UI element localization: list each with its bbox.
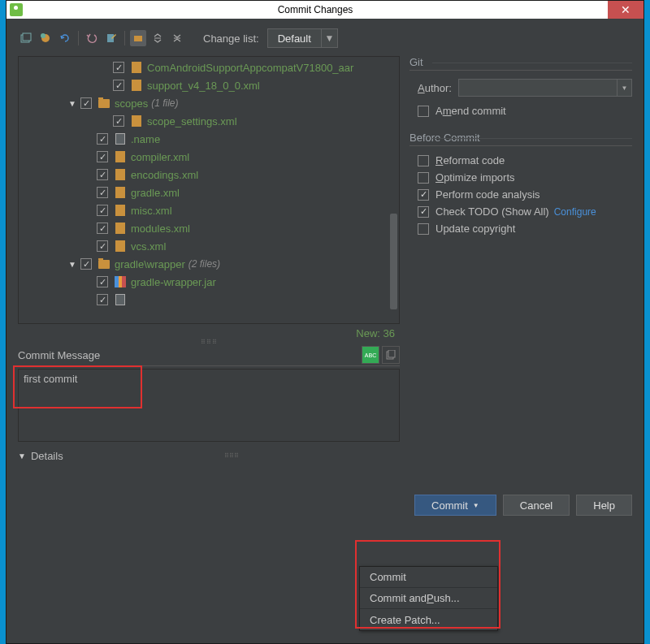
tree-checkbox[interactable] — [113, 80, 124, 91]
tree-row[interactable] — [19, 291, 399, 309]
tree-label: vcs.xml — [131, 240, 166, 253]
amend-label: Amend commit — [436, 105, 506, 117]
tree-label: gradle.xml — [131, 187, 180, 199]
commit-message-input[interactable]: first commit — [18, 369, 400, 442]
before-commit-header: Before Commit — [410, 132, 632, 146]
tree-row[interactable]: encodings.xml — [19, 166, 399, 184]
tree-row[interactable]: misc.xml — [19, 201, 399, 219]
tree-row[interactable]: scope_settings.xml — [19, 112, 399, 130]
tree-checkbox[interactable] — [97, 151, 108, 162]
tree-expand-icon[interactable]: ▼ — [67, 98, 77, 108]
details-label: Details — [31, 450, 63, 462]
tree-expand-icon[interactable]: ▼ — [67, 259, 77, 269]
git-section-header: Git — [410, 56, 632, 71]
popup-commit[interactable]: Commit — [360, 567, 497, 588]
author-input[interactable]: ▼ — [458, 79, 632, 97]
tree-label: misc.xml — [131, 205, 172, 217]
tree-label: .name — [131, 133, 160, 145]
tree-label: support_v4_18_0_0.xml — [147, 80, 260, 92]
tree-checkbox[interactable] — [97, 294, 108, 305]
tree-checkbox[interactable] — [80, 258, 92, 270]
tree-checkbox[interactable] — [97, 187, 108, 198]
tree-checkbox[interactable] — [113, 62, 124, 73]
change-list-value: Default — [268, 32, 321, 45]
tree-checkbox[interactable] — [97, 276, 108, 287]
configure-link[interactable]: Configure — [554, 206, 596, 218]
before-commit-label: Reformat code — [436, 154, 505, 166]
before-commit-label: Check TODO (Show All) — [436, 205, 549, 218]
collapse-all-icon[interactable] — [169, 30, 185, 46]
amend-checkbox[interactable] — [418, 106, 429, 117]
tree-label: scope_settings.xml — [147, 115, 237, 128]
tree-label: gradle\wrapper — [115, 258, 185, 270]
popup-commit-and-push[interactable]: Commit and Push... — [360, 588, 497, 609]
tree-row[interactable]: gradle.xml — [19, 184, 399, 201]
tree-checkbox[interactable] — [97, 169, 108, 180]
tree-label: ComAndroidSupportAppcompatV71800_aar — [147, 62, 353, 74]
tree-checkbox[interactable] — [97, 133, 108, 145]
tree-row[interactable]: modules.xml — [19, 219, 399, 237]
before-commit-checkbox[interactable] — [418, 206, 429, 218]
file-tree[interactable]: ComAndroidSupportAppcompatV71800_aarsupp… — [18, 56, 400, 324]
history-icon[interactable] — [382, 346, 400, 364]
commit-dropdown-icon: ▼ — [473, 502, 479, 509]
window-title: Commit Changes — [23, 4, 608, 15]
before-commit-checkbox[interactable] — [418, 223, 429, 235]
change-list-select[interactable]: Default ▼ — [267, 28, 338, 48]
tree-row[interactable]: vcs.xml — [19, 237, 399, 255]
author-label: Author: — [418, 82, 452, 94]
svg-rect-6 — [154, 38, 161, 39]
scrollbar[interactable] — [390, 214, 397, 309]
group-by-directory-icon[interactable] — [130, 30, 146, 46]
svg-rect-7 — [174, 38, 180, 39]
refresh-icon[interactable] — [57, 30, 73, 46]
edit-source-icon[interactable] — [103, 30, 119, 46]
commit-changes-dialog: Commit Changes ✕ Change list: Default ▼ … — [6, 0, 644, 644]
before-commit-label: Update copyright — [436, 223, 515, 235]
help-button[interactable]: Help — [576, 495, 632, 516]
tree-checkbox[interactable] — [113, 115, 124, 127]
cancel-button[interactable]: Cancel — [503, 495, 570, 516]
tree-label: scopes — [115, 97, 148, 110]
tree-checkbox[interactable] — [97, 205, 108, 216]
before-commit-checkbox[interactable] — [418, 172, 429, 184]
tree-row[interactable]: support_v4_18_0_0.xml — [19, 76, 399, 94]
svg-point-3 — [41, 33, 46, 38]
details-splitter[interactable]: ⠿⠿⠿ — [63, 452, 400, 460]
tree-count: (2 files) — [188, 258, 220, 270]
tree-row[interactable]: ▼gradle\wrapper(2 files) — [19, 255, 399, 273]
tree-count: (1 file) — [151, 97, 178, 109]
commit-button[interactable]: Commit▼ — [414, 495, 496, 516]
titlebar: Commit Changes ✕ — [6, 1, 644, 19]
move-to-changelist-icon[interactable] — [37, 30, 54, 46]
show-diff-icon[interactable] — [18, 30, 34, 46]
tree-row[interactable]: gradle-wrapper.jar — [19, 273, 399, 291]
before-commit-checkbox[interactable] — [418, 189, 429, 201]
details-expand-icon[interactable]: ▼ — [18, 452, 26, 460]
change-list-label: Change list: — [203, 32, 259, 45]
app-icon — [10, 3, 23, 16]
tree-checkbox[interactable] — [97, 223, 108, 234]
toolbar: Change list: Default ▼ — [18, 25, 632, 51]
revert-icon[interactable] — [84, 30, 100, 46]
svg-rect-5 — [134, 36, 142, 41]
svg-rect-1 — [23, 33, 31, 41]
close-button[interactable]: ✕ — [608, 1, 644, 19]
tree-row[interactable]: compiler.xml — [19, 148, 399, 166]
splitter[interactable]: ⠿⠿⠿ — [18, 339, 400, 344]
commit-popup-menu: Commit Commit and Push... Create Patch..… — [359, 566, 498, 631]
svg-rect-9 — [388, 350, 395, 357]
author-dropdown-icon[interactable]: ▼ — [617, 80, 631, 96]
tree-row[interactable]: ▼scopes(1 file) — [19, 94, 399, 112]
dropdown-arrow-icon: ▼ — [321, 29, 337, 47]
popup-create-patch[interactable]: Create Patch... — [360, 609, 497, 630]
spellcheck-icon[interactable]: ABC — [362, 346, 379, 364]
tree-checkbox[interactable] — [80, 97, 92, 109]
tree-row[interactable]: .name — [19, 130, 399, 148]
before-commit-label: Optimize imports — [436, 171, 515, 184]
before-commit-checkbox[interactable] — [418, 155, 429, 166]
tree-checkbox[interactable] — [97, 240, 108, 252]
tree-row[interactable]: ComAndroidSupportAppcompatV71800_aar — [19, 58, 399, 76]
expand-all-icon[interactable] — [150, 30, 166, 46]
tree-label: modules.xml — [131, 223, 190, 235]
